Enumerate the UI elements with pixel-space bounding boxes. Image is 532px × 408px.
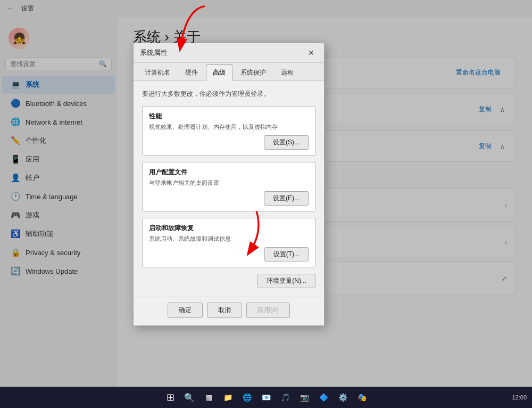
group-btn-1[interactable]: 设置(E)... <box>264 191 309 206</box>
group-title-0: 性能 <box>149 112 309 121</box>
dialog-groups-container: 性能 视觉效果、处理器计划、内存使用，以及虚拟内存 设置(S)... 用户配置文… <box>142 106 315 267</box>
taskbar-center: ⊞ 🔍 ▦ 📁 🌐 📧 🎵 📷 🔷 ⚙️ 🎭 <box>162 389 370 406</box>
taskbar-right: 12:00 <box>512 394 527 401</box>
env-variables-button[interactable]: 环境变量(N)... <box>257 274 315 288</box>
dialog-group-0: 性能 视觉效果、处理器计划、内存使用，以及虚拟内存 设置(S)... <box>142 106 315 156</box>
dialog-tab-4[interactable]: 远程 <box>274 64 301 80</box>
dialog-tab-1[interactable]: 硬件 <box>178 64 205 80</box>
group-title-1: 用户配置文件 <box>149 168 309 177</box>
taskbar: ⊞ 🔍 ▦ 📁 🌐 📧 🎵 📷 🔷 ⚙️ 🎭 12:00 <box>0 387 532 408</box>
taskbar-photo-icon[interactable]: 📷 <box>296 389 313 406</box>
dialog-title: 系统属性 <box>140 48 168 58</box>
dialog-group-1: 用户配置文件 与登录帐户相关的桌面设置 设置(E)... <box>142 162 315 211</box>
taskbar-browser-icon[interactable]: 🌐 <box>238 389 255 406</box>
group-title-2: 启动和故障恢复 <box>149 224 309 233</box>
group-desc-1: 与登录帐户相关的桌面设置 <box>149 179 309 187</box>
dialog-tab-3[interactable]: 系统保护 <box>234 64 273 80</box>
dialog-tab-0[interactable]: 计算机名 <box>138 64 177 80</box>
taskbar-mail-icon[interactable]: 📧 <box>257 389 275 406</box>
apply-button[interactable]: 应用(A) <box>246 303 290 318</box>
group-btn-2[interactable]: 设置(T)... <box>264 247 309 262</box>
group-btn-0[interactable]: 设置(S)... <box>264 135 309 150</box>
dialog-tabs: 计算机名硬件高级系统保护远程 <box>134 63 324 81</box>
dialog-footer: 确定 取消 应用(A) <box>134 297 324 325</box>
start-button[interactable]: ⊞ <box>162 389 179 406</box>
dialog-content: 要进行大多数更改，你必须作为管理员登录。 性能 视觉效果、处理器计划、内存使用，… <box>134 81 324 297</box>
taskbar-game-icon[interactable]: 🎭 <box>353 389 370 406</box>
taskbar-widgets-icon[interactable]: ▦ <box>200 389 217 406</box>
dialog-env-btn-container: 环境变量(N)... <box>142 274 315 288</box>
taskbar-media-icon[interactable]: 🎵 <box>277 389 294 406</box>
dialog-info-text: 要进行大多数更改，你必须作为管理员登录。 <box>142 89 315 99</box>
ok-button[interactable]: 确定 <box>168 303 203 318</box>
dialog-titlebar: 系统属性 ✕ <box>134 43 324 63</box>
dialog-group-2: 启动和故障恢复 系统启动、系统故障和调试信息 设置(T)... <box>142 218 315 267</box>
cancel-button[interactable]: 取消 <box>207 303 242 318</box>
taskbar-search-icon[interactable]: 🔍 <box>181 389 198 406</box>
system-properties-dialog: 系统属性 ✕ 计算机名硬件高级系统保护远程 要进行大多数更改，你必须作为管理员登… <box>133 43 325 326</box>
taskbar-settings-icon[interactable]: ⚙️ <box>334 389 351 406</box>
taskbar-files-icon[interactable]: 📁 <box>219 389 236 406</box>
dialog-close-button[interactable]: ✕ <box>305 47 318 58</box>
taskbar-time: 12:00 <box>512 394 527 401</box>
group-desc-0: 视觉效果、处理器计划、内存使用，以及虚拟内存 <box>149 123 309 131</box>
group-desc-2: 系统启动、系统故障和调试信息 <box>149 235 309 243</box>
dialog-tab-2[interactable]: 高级 <box>206 64 232 81</box>
modal-overlay: 系统属性 ✕ 计算机名硬件高级系统保护远程 要进行大多数更改，你必须作为管理员登… <box>0 0 532 408</box>
taskbar-app-icon[interactable]: 🔷 <box>315 389 332 406</box>
